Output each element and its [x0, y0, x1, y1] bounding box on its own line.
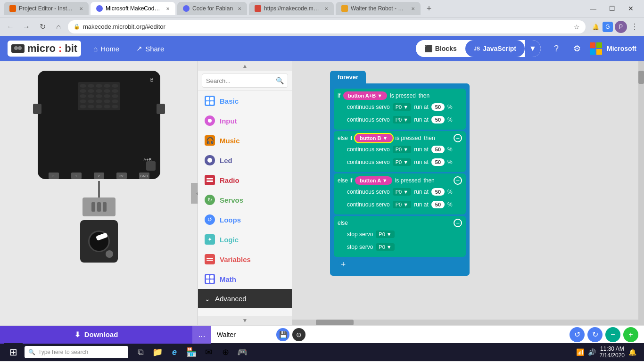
taskbar-search-bar[interactable]: 🔍 Type here to search	[25, 346, 128, 358]
val-50-2[interactable]: 50	[431, 116, 445, 123]
zoom-in-button[interactable]: +	[623, 327, 638, 342]
start-button[interactable]: ⊞	[4, 343, 23, 361]
tab-walter-close[interactable]: ✕	[411, 6, 415, 11]
toolbox-scroll-down[interactable]: ▼	[198, 316, 292, 325]
code-canvas-area: forever if button A+B ▼ is pressed then …	[292, 61, 644, 325]
new-tab-button[interactable]: +	[422, 2, 436, 15]
right-button[interactable]	[157, 104, 165, 114]
val-50-3[interactable]: 50	[431, 146, 445, 153]
toolbox-scroll-up[interactable]: ▲	[198, 61, 292, 71]
tab-gmail[interactable]: https://makecode.microbit.org... ✕	[249, 2, 334, 15]
help-button[interactable]: ?	[548, 41, 564, 57]
microbit-device-icon	[11, 44, 25, 53]
share-button[interactable]: ↗ Share	[132, 41, 169, 56]
tab-makecode-close[interactable]: ✕	[166, 6, 170, 11]
profile-avatar[interactable]: P	[615, 21, 627, 33]
toolbox-item-music[interactable]: 🎧 Music	[198, 131, 292, 150]
github-button[interactable]: ⊙	[292, 328, 305, 341]
toggle-arrow-button[interactable]: ▼	[525, 40, 541, 57]
maximize-button[interactable]: ☐	[603, 0, 621, 17]
back-button[interactable]: ←	[4, 20, 17, 33]
tab-gmail-close[interactable]: ✕	[324, 6, 328, 11]
blocks-toggle-button[interactable]: ⬛ Blocks	[416, 40, 465, 57]
address-bar[interactable]: 🔒 makecode.microbit.org/#editor ☆	[68, 20, 586, 33]
p0-dropdown-6[interactable]: P0 ▼	[393, 201, 411, 208]
p0-dropdown-2[interactable]: P0 ▼	[393, 116, 411, 123]
toolbox-item-variables[interactable]: Variables	[198, 249, 292, 269]
tab-instructables[interactable]: Project Editor - Instructables ✕	[4, 2, 89, 15]
project-name-input[interactable]	[217, 331, 273, 338]
minus-button-else[interactable]: −	[454, 219, 462, 227]
tab-walter[interactable]: Walter the Robot - Sonar Bot ✕	[336, 2, 421, 15]
tab-code-fabian-close[interactable]: ✕	[238, 6, 241, 11]
mail-icon[interactable]: ✉	[202, 346, 215, 359]
val-50-6[interactable]: 50	[431, 201, 445, 208]
p0-dropdown-1[interactable]: P0 ▼	[393, 103, 411, 111]
stop-servo-text-2: stop servo	[347, 244, 373, 250]
taskbar-search-icon: 🔍	[28, 349, 35, 355]
button-ab-pill[interactable]: button A+B ▼	[343, 91, 387, 100]
tab-code-fabian[interactable]: Code for Fabian ✕	[177, 2, 247, 15]
horizontal-scrollbar[interactable]	[292, 320, 638, 325]
home-button[interactable]: ⌂ Home	[89, 42, 124, 56]
p0-dropdown-4[interactable]: P0 ▼	[393, 158, 411, 166]
redo-button[interactable]: ↻	[587, 327, 603, 342]
p0-dropdown-3[interactable]: P0 ▼	[393, 146, 411, 153]
toolbox-item-basic[interactable]: Basic	[198, 91, 292, 111]
toolbox-item-advanced[interactable]: ⌄ Advanced	[198, 289, 292, 308]
store-icon[interactable]: 🏪	[185, 346, 198, 359]
minus-button-b[interactable]: −	[454, 134, 462, 142]
left-button[interactable]	[33, 104, 41, 114]
chrome-taskbar-icon[interactable]: ⊕	[219, 346, 232, 359]
minus-button-a[interactable]: −	[454, 176, 462, 185]
bottom-right-button[interactable]	[146, 161, 156, 171]
games-icon[interactable]: 🎮	[236, 346, 249, 359]
bookmark-icon[interactable]: ☆	[574, 23, 580, 31]
toolbox-search-bar[interactable]: 🔍	[202, 74, 288, 88]
tab-makecode[interactable]: Microsoft MakeCode for micro:bit ✕	[91, 2, 175, 15]
close-button[interactable]: ✕	[621, 0, 640, 17]
more-options-button[interactable]: ...	[192, 326, 211, 344]
p0-dropdown-5[interactable]: P0 ▼	[393, 188, 411, 196]
toolbox-item-radio[interactable]: Radio	[198, 170, 292, 190]
val-50-4[interactable]: 50	[431, 158, 445, 166]
tab-instructables-close[interactable]: ✕	[79, 6, 83, 11]
forward-button[interactable]: →	[20, 20, 33, 33]
add-block-button[interactable]: +	[338, 259, 349, 270]
chrome-menu-icon[interactable]: ⋮	[629, 20, 640, 33]
undo-icon: ↺	[574, 330, 580, 339]
settings-button[interactable]: ⚙	[569, 41, 585, 57]
toolbox-item-led[interactable]: Led	[198, 150, 292, 170]
servos-label: Servos	[220, 196, 243, 204]
save-button[interactable]: 💾	[276, 328, 289, 341]
toolbox-item-loops[interactable]: ↺ Loops	[198, 210, 292, 230]
continuous-servo-6: continuous servo	[347, 201, 390, 208]
toolbox-item-math[interactable]: Math	[198, 269, 292, 289]
home-nav-button[interactable]: ⌂	[52, 20, 65, 33]
download-button[interactable]: ⬇ Download	[0, 326, 192, 344]
edge-icon[interactable]: e	[168, 346, 181, 359]
toolbox-item-servos[interactable]: ↻ Servos	[198, 190, 292, 210]
val-50-1[interactable]: 50	[431, 103, 445, 111]
vertical-scrollbar[interactable]	[638, 61, 644, 325]
stop-p0-dropdown-2[interactable]: P0 ▼	[376, 243, 394, 251]
file-explorer-icon[interactable]: 📁	[151, 346, 164, 359]
javascript-toggle-button[interactable]: JS JavaScript	[465, 40, 525, 57]
stop-p0-dropdown-1[interactable]: P0 ▼	[376, 230, 394, 238]
toolbox-item-input[interactable]: Input	[198, 111, 292, 131]
zoom-out-button[interactable]: −	[605, 327, 620, 342]
task-view-icon[interactable]: ⧉	[134, 346, 147, 359]
refresh-button[interactable]: ↻	[36, 20, 49, 33]
vertical-scrollbar-thumb[interactable]	[638, 71, 644, 84]
ext-icon-1[interactable]: 🔔	[590, 22, 601, 32]
button-b-pill[interactable]: button B ▼	[355, 134, 392, 142]
collapse-simulator-button[interactable]: ‹	[191, 183, 198, 204]
ext-icon-2[interactable]: G	[603, 22, 613, 32]
horizontal-scrollbar-thumb[interactable]	[316, 320, 354, 325]
val-50-5[interactable]: 50	[431, 188, 445, 196]
toolbox-item-logic[interactable]: ✦ Logic	[198, 230, 292, 249]
minimize-button[interactable]: —	[584, 0, 603, 17]
button-a-pill[interactable]: button A ▼	[355, 176, 392, 185]
toolbox-search-input[interactable]	[206, 77, 273, 84]
undo-button[interactable]: ↺	[570, 327, 585, 342]
